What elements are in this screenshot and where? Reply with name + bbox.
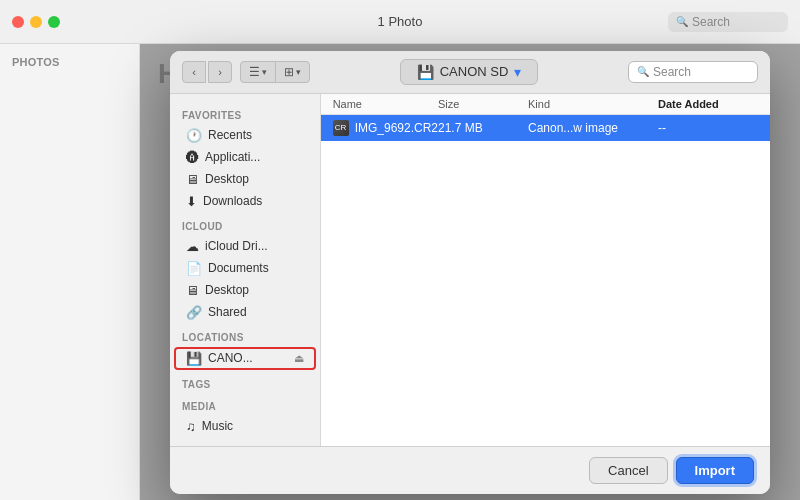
titlebar: 1 Photo 🔍 Search xyxy=(0,0,800,44)
app-window: 1 Photo 🔍 Search Photos Hidden xyxy=(0,0,800,500)
import-dialog: ‹ › ☰ ▾ ⊞ xyxy=(170,51,770,494)
applications-icon: 🅐 xyxy=(186,150,199,165)
desktop-label: Desktop xyxy=(205,172,249,186)
back-icon: ‹ xyxy=(192,66,196,78)
file-size-cell: 21.7 MB xyxy=(438,121,528,135)
sidebar-item-music[interactable]: ♫ Music xyxy=(174,416,316,437)
shared-label: Shared xyxy=(208,305,247,319)
desktop2-icon: 🖥 xyxy=(186,283,199,298)
recents-label: Recents xyxy=(208,128,252,142)
location-pill[interactable]: 💾 CANON SD ▾ xyxy=(400,59,539,85)
documents-icon: 📄 xyxy=(186,261,202,276)
dialog-overlay: ‹ › ☰ ▾ ⊞ xyxy=(140,44,800,500)
icloud-section-title: iCloud xyxy=(170,213,320,235)
music-icon: ♫ xyxy=(186,419,196,434)
list-chevron: ▾ xyxy=(262,67,267,77)
sidebar-item-shared[interactable]: 🔗 Shared xyxy=(174,302,316,323)
desktop-icon: 🖥 xyxy=(186,172,199,187)
import-button[interactable]: Import xyxy=(676,457,754,484)
view-toggle: ☰ ▾ ⊞ ▾ xyxy=(240,61,310,83)
photos-label: Photos xyxy=(0,52,139,70)
location-chevron-icon: ▾ xyxy=(514,64,521,80)
applications-label: Applicati... xyxy=(205,150,260,164)
back-button[interactable]: ‹ xyxy=(182,61,206,83)
sidebar-item-recents[interactable]: 🕐 Recents xyxy=(174,125,316,146)
location-selector: 💾 CANON SD ▾ xyxy=(318,59,620,85)
media-section-title: Media xyxy=(170,393,320,415)
sidebar-item-desktop-icloud[interactable]: 🖥 Desktop xyxy=(174,280,316,301)
file-list-area: Name Size Kind Date Added CR IMG_9692.CR… xyxy=(321,94,770,446)
shared-icon: 🔗 xyxy=(186,305,202,320)
photo-count-label: 1 Photo xyxy=(378,14,423,29)
titlebar-right: 🔍 Search xyxy=(668,12,788,32)
canon-sd-icon: 💾 xyxy=(186,351,202,366)
sidebar-item-canon-sd[interactable]: 💾 CANO... ⏏ xyxy=(174,347,316,370)
dialog-footer: Cancel Import xyxy=(170,446,770,494)
grid-chevron: ▾ xyxy=(296,67,301,77)
dialog-search-icon: 🔍 xyxy=(637,66,649,77)
sidebar-item-applications[interactable]: 🅐 Applicati... xyxy=(174,147,316,168)
cancel-button[interactable]: Cancel xyxy=(589,457,667,484)
minimize-button[interactable] xyxy=(30,16,42,28)
nav-buttons: ‹ › xyxy=(182,61,232,83)
column-headers: Name Size Kind Date Added xyxy=(321,94,770,115)
disk-icon: 💾 xyxy=(417,64,434,80)
forward-icon: › xyxy=(218,66,222,78)
sidebar-item-downloads[interactable]: ⬇ Downloads xyxy=(174,191,316,212)
list-view-button[interactable]: ☰ ▾ xyxy=(241,62,275,82)
file-icon: CR xyxy=(333,120,349,136)
app-content: Photos Hidden ‹ › xyxy=(0,44,800,500)
dialog-body: Favorites 🕐 Recents 🅐 Applicati... 🖥 xyxy=(170,94,770,446)
downloads-icon: ⬇ xyxy=(186,194,197,209)
locations-section-title: Locations xyxy=(170,324,320,346)
photos-main: Hidden ‹ › xyxy=(140,44,800,500)
sidebar-item-desktop[interactable]: 🖥 Desktop xyxy=(174,169,316,190)
col-kind-header: Kind xyxy=(528,98,658,110)
canon-sd-label: CANO... xyxy=(208,351,253,365)
search-icon: 🔍 xyxy=(676,16,688,27)
grid-icon: ⊞ xyxy=(284,65,294,79)
list-icon: ☰ xyxy=(249,65,260,79)
forward-button[interactable]: › xyxy=(208,61,232,83)
dialog-toolbar: ‹ › ☰ ▾ ⊞ xyxy=(170,51,770,94)
traffic-lights xyxy=(12,16,60,28)
file-kind-cell: Canon...w image xyxy=(528,121,658,135)
dialog-search-box[interactable]: 🔍 Search xyxy=(628,61,758,83)
music-label: Music xyxy=(202,419,233,433)
close-button[interactable] xyxy=(12,16,24,28)
col-name-header: Name xyxy=(333,98,438,110)
icloud-icon: ☁ xyxy=(186,239,199,254)
grid-view-button[interactable]: ⊞ ▾ xyxy=(275,62,309,82)
search-label: Search xyxy=(692,15,730,29)
eject-icon[interactable]: ⏏ xyxy=(294,352,304,365)
favorites-section-title: Favorites xyxy=(170,102,320,124)
sidebar-item-icloud-drive[interactable]: ☁ iCloud Dri... xyxy=(174,236,316,257)
file-name-label: IMG_9692.CR2 xyxy=(355,121,438,135)
file-date-cell: -- xyxy=(658,121,758,135)
downloads-label: Downloads xyxy=(203,194,262,208)
photos-sidebar: Photos xyxy=(0,44,140,500)
col-size-header: Size xyxy=(438,98,528,110)
fullscreen-button[interactable] xyxy=(48,16,60,28)
icloud-drive-label: iCloud Dri... xyxy=(205,239,268,253)
sidebar-item-documents[interactable]: 📄 Documents xyxy=(174,258,316,279)
desktop2-label: Desktop xyxy=(205,283,249,297)
documents-label: Documents xyxy=(208,261,269,275)
dialog-sidebar: Favorites 🕐 Recents 🅐 Applicati... 🖥 xyxy=(170,94,321,446)
col-date-header: Date Added xyxy=(658,98,758,110)
table-row[interactable]: CR IMG_9692.CR2 21.7 MB Canon...w image … xyxy=(321,115,770,141)
location-label: CANON SD xyxy=(440,64,509,79)
titlebar-center: 1 Photo xyxy=(378,14,423,29)
dialog-search-placeholder: Search xyxy=(653,65,691,79)
recents-icon: 🕐 xyxy=(186,128,202,143)
tags-section-title: Tags xyxy=(170,371,320,393)
file-name-cell: CR IMG_9692.CR2 xyxy=(333,120,438,136)
titlebar-search[interactable]: 🔍 Search xyxy=(668,12,788,32)
